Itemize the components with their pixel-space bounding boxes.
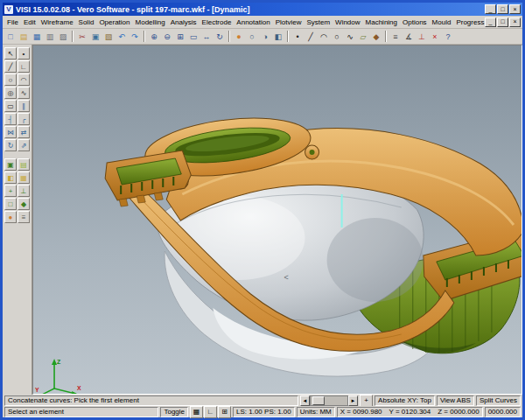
toggle-button[interactable]: Toggle [160,407,188,417]
new-icon[interactable]: □ [4,31,17,43]
pan-icon[interactable]: ↔ [200,31,213,43]
view-iso-icon[interactable]: ◆ [18,198,30,210]
point-icon[interactable]: • [291,31,304,43]
rectangle-tool-icon[interactable]: ▭ [4,100,17,112]
maximize-button[interactable]: □ [497,4,508,14]
views-icon[interactable]: ◧ [272,31,284,43]
polyline-tool-icon[interactable]: ∟ [18,60,30,73]
delete-icon[interactable]: × [429,31,441,43]
zoom-fit-icon[interactable]: ▭ [187,31,200,43]
split-curves-button[interactable]: Split Curves [476,396,521,406]
scale-tool-icon[interactable]: ⇗ [18,139,30,151]
menu-item-edit[interactable]: Edit [21,18,38,26]
save-icon[interactable]: ▦ [31,31,43,43]
menu-item-analysis[interactable]: Analysis [168,18,200,26]
ortho-toggle-icon[interactable]: ∟ [204,406,217,418]
mdi-close-button[interactable]: × [509,18,521,27]
plot-icon[interactable]: ▨ [57,31,69,43]
menu-item-window[interactable]: Window [332,18,362,26]
close-button[interactable]: × [509,4,521,14]
solid-icon[interactable]: ◆ [370,31,382,43]
trim-tool-icon[interactable]: ┤ [4,113,17,125]
minimize-button[interactable]: _ [485,4,496,14]
rotate-view-icon[interactable]: ↻ [214,31,226,43]
slider-track[interactable] [310,396,348,406]
circle-icon[interactable]: ○ [331,31,343,43]
slider-left-arrow-icon[interactable]: ◄ [300,396,310,406]
shaded-view-icon[interactable]: ● [233,31,245,43]
print-icon[interactable]: ▥ [44,31,56,43]
menu-item-progress[interactable]: Progress [453,18,485,26]
mdi-restore-button[interactable]: □ [497,18,508,27]
coord-z: Z = 0000.000 [438,408,479,416]
status-row-bottom: Select an element Toggle ▦∟⊞ LS: 1.00 PS… [3,406,522,417]
curve-icon[interactable]: ∿ [344,31,356,43]
view-top-icon[interactable]: □ [4,198,17,210]
menu-item-annotation[interactable]: Annotation [234,18,272,26]
undo-icon[interactable]: ↶ [116,31,128,43]
line-tool-icon[interactable]: ╱ [4,60,17,73]
surface-icon[interactable]: ▱ [357,31,369,43]
workplane-icon[interactable]: ◧ [4,172,17,184]
menu-item-solid[interactable]: Solid [76,18,97,26]
title-bar[interactable]: V VISI 15.0.02.08 - Vero Software - spli… [3,3,522,16]
paste-icon[interactable]: ▧ [102,31,115,43]
ucs-icon[interactable]: ⊥ [416,31,428,43]
menu-item-options[interactable]: Options [400,18,430,26]
zoom-out-icon[interactable]: ⊖ [161,31,173,43]
mirror-tool-icon[interactable]: ⋈ [4,126,17,138]
offset-tool-icon[interactable]: ∥ [18,100,30,112]
measure-icon[interactable]: ∡ [402,31,415,43]
axis-mode-icon[interactable]: + [360,395,373,407]
select-icon[interactable]: ↖ [4,47,17,60]
arc-tool-icon[interactable]: ◠ [18,74,30,86]
zoom-window-icon[interactable]: ⊞ [174,31,186,43]
fillet-tool-icon[interactable]: ╭ [18,113,30,125]
help-icon[interactable]: ? [442,31,454,43]
zoom-in-icon[interactable]: ⊕ [148,31,160,43]
hidden-line-icon[interactable]: ◑ [259,31,271,43]
grid-toggle-icon[interactable]: ⊞ [218,406,231,418]
move-tool-icon[interactable]: ⇄ [18,126,30,138]
slider-right-arrow-icon[interactable]: ► [348,396,358,406]
workplane-mode[interactable]: Absolute XY: Top [374,396,435,406]
menu-item-plotview[interactable]: Plotview [273,18,304,26]
layer-on-icon[interactable]: ▣ [4,158,17,171]
menu-item-operation[interactable]: Operation [96,18,132,26]
menu-item-electrode[interactable]: Electrode [200,18,234,26]
menu-item-system[interactable]: System [304,18,332,26]
axis-triad: Z X Y [35,359,81,394]
status-hint: Select an element [4,407,158,417]
ellipse-tool-icon[interactable]: ◎ [4,87,17,99]
mdi-minimize-button[interactable]: _ [485,18,496,27]
line-icon[interactable]: ╱ [304,31,317,43]
menu-item-modelling[interactable]: Modelling [133,18,168,26]
redo-icon[interactable]: ↷ [129,31,141,43]
status-slider[interactable]: ◄ ► [300,396,358,406]
grid-icon[interactable]: ▦ [18,172,30,184]
viewport-3d[interactable]: < Z X Y [32,45,522,395]
menu-item-wireframe[interactable]: Wireframe [38,18,76,26]
axis-icon[interactable]: ⊥ [18,185,30,197]
menu-item-mould[interactable]: Mould [430,18,454,26]
view-abs-button[interactable]: View ABS [437,396,474,406]
circle-tool-icon[interactable]: ○ [4,74,17,86]
settings-icon[interactable]: ≡ [18,211,30,223]
point-tool-icon[interactable]: • [18,47,30,60]
slider-thumb[interactable] [312,396,325,405]
arc-icon[interactable]: ◠ [318,31,330,43]
snap-icon[interactable]: + [4,185,17,197]
snap-toggle-icon[interactable]: ▦ [190,406,203,418]
menu-item-machining[interactable]: Machining [363,18,400,26]
cut-icon[interactable]: ✂ [76,31,88,43]
render-icon[interactable]: ● [4,211,17,223]
status-mini-a: + [360,395,373,407]
menu-item-file[interactable]: File [4,18,21,26]
wireframe-view-icon[interactable]: ○ [246,31,258,43]
layer-add-icon[interactable]: ▤ [18,158,30,171]
open-icon[interactable]: ▤ [18,31,30,43]
rotate-tool-icon[interactable]: ↻ [4,139,17,151]
copy-icon[interactable]: ▣ [89,31,102,43]
spline-tool-icon[interactable]: ∿ [18,87,30,99]
layers-icon[interactable]: ≡ [389,31,402,43]
